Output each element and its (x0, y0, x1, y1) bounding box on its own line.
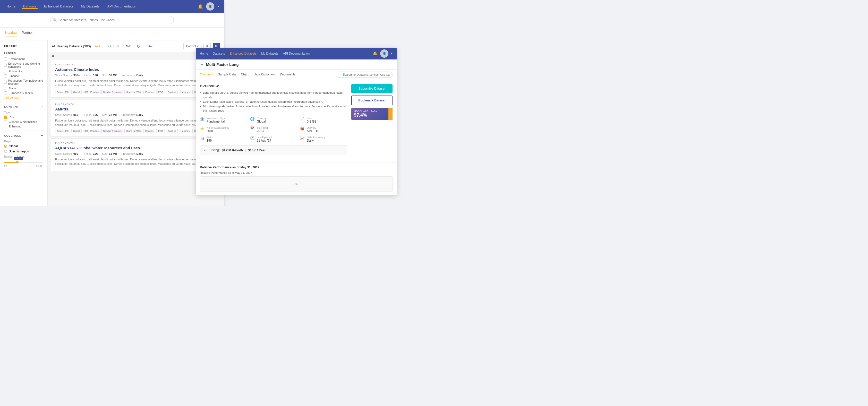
alpha-mp[interactable]: M-P (125, 44, 132, 48)
stocks-slider[interactable]: 0-1100 (4, 162, 43, 163)
tag-300eq: 300+ Equities (83, 90, 100, 94)
content-type-label: Type (4, 111, 43, 114)
content-toggle[interactable]: − (41, 104, 43, 109)
type-cleaned-checkbox[interactable] (4, 120, 7, 123)
detail-tab-docs[interactable]: Documents (280, 70, 296, 79)
nav-home[interactable]: Home (5, 4, 17, 9)
overview-bullet-1: Long signals on U.S. stocks derived from… (200, 91, 347, 100)
card-desc: Fusce vehicula dolor arcu, sit amet blan… (55, 79, 217, 88)
card-type-label-3: FUNDAMENTAL (55, 142, 75, 145)
detail-sidebar: Subscribe Dataset Bookmark Dataset Model… (351, 84, 393, 158)
fields-icon: 📊 (200, 136, 205, 140)
filters-title: FILTERS (4, 44, 43, 48)
tag2-equities2: Equities (166, 129, 178, 133)
tab-nasdaq[interactable]: Nasdaq (5, 31, 17, 37)
list-title: All Nasdaq Datasets (300) (52, 44, 91, 48)
overlay-avatar[interactable]: 👤 (380, 50, 389, 58)
tag2-esg: ESG (156, 129, 165, 133)
lenses-eu-label: European Subjects (9, 91, 33, 94)
stock-scores-icon: ⭐ (200, 126, 205, 131)
lenses-toggle[interactable]: − (41, 51, 43, 55)
data-freq-icon: 📈 (300, 136, 305, 140)
tag2-equities: Equities (144, 129, 155, 133)
overlay-dataset-title: Multi-Factor Long (206, 62, 239, 67)
alpha-il[interactable]: I-L (116, 44, 121, 48)
alpha-qt[interactable]: Q-T (136, 44, 143, 48)
alpha-ad[interactable]: A-D (94, 44, 101, 48)
lenses-fin-checkbox[interactable] (4, 74, 7, 77)
tab-partner[interactable]: Partner (22, 31, 33, 37)
card-desc-2: Fusce vehicula dolor arcu, sit amet blan… (55, 118, 217, 127)
region-specific-label: Specific region (9, 150, 29, 153)
dataset-card-actuaries[interactable]: FUNDAMENTAL Last U... Actuaries Climate … (51, 60, 221, 98)
accuracy-info-icon[interactable]: i (390, 114, 392, 114)
lenses-eu-checkbox[interactable] (4, 91, 7, 94)
tag-esg: ESG (156, 90, 165, 94)
tag2-nasdaq-excl: Nasdaq Exclusive (101, 129, 124, 133)
card-desc-3: Fusce vehicula dolor arcu, sit amet blan… (55, 157, 217, 166)
lenses-trade-checkbox[interactable] (4, 87, 7, 90)
slider-value-badge: 0-1100 (14, 157, 23, 160)
dataset-card-ampds[interactable]: FUNDAMENTAL Last U... AMPds Stock Scores… (51, 100, 221, 136)
overlay-nav-my-datasets[interactable]: My Datasets (261, 52, 278, 55)
nav-datasets[interactable]: Datasets (22, 4, 38, 9)
type-cleaned-label: Cleaned & Normalized (9, 120, 37, 123)
chevron-down-icon[interactable]: ▾ (217, 5, 219, 8)
last-updated-icon: 🕐 (250, 136, 255, 140)
lenses-more-link[interactable]: +20 Lenses (4, 96, 43, 99)
detail-tab-overview[interactable]: Overview (200, 70, 213, 79)
sidebar: FILTERS LENSES − Environment Employment … (0, 40, 48, 206)
dataset-card-aquastat[interactable]: FUNDAMENTAL Last U... AQUASTAT - Global … (51, 138, 221, 171)
subscribe-button[interactable]: Subscribe Dataset (351, 84, 393, 93)
bell-icon[interactable]: 🔔 (198, 4, 203, 9)
coverage-toggle[interactable]: − (41, 133, 43, 138)
meta-grid: 🏦 Investment Style Fundamental 🌐 Coverag… (200, 117, 347, 143)
bookmark-button[interactable]: Bookmark Dataset (351, 95, 393, 105)
detail-tab-chart[interactable]: Chart (241, 70, 248, 79)
lenses-econ-checkbox[interactable] (4, 70, 7, 73)
overlay-nav: Home Datasets Enhanced Datasets My Datas… (196, 48, 397, 60)
tag-equities2: Equities (166, 90, 178, 94)
lenses-env-checkbox[interactable] (4, 57, 7, 61)
card-type-label: FUNDAMENTAL (55, 63, 75, 66)
content-section-title: CONTENT (4, 105, 19, 108)
start-year-icon: 📅 (250, 126, 255, 131)
region-global-label: Global (9, 145, 18, 148)
performance-subtitle: Relative Performance as of May 31, 2017 (200, 171, 393, 174)
overlay-nav-enhanced[interactable]: Enhanced Datasets (229, 52, 256, 55)
lenses-emp-checkbox[interactable] (4, 64, 7, 67)
slider-max: 20000 (36, 165, 43, 167)
detail-tab-sample[interactable]: Sample Data (218, 70, 236, 79)
avatar[interactable]: 👤 (206, 2, 214, 10)
overlay-nav-home[interactable]: Home (200, 52, 208, 55)
tag2-starts2015: Starts in 2015 (124, 129, 143, 133)
chart-label: 100 (294, 183, 299, 185)
overlay-nav-api-docs[interactable]: API Documentation (283, 52, 310, 55)
detail-body: OVERVIEW Long signals on U.S. stocks der… (196, 80, 397, 162)
card-title: Actuaries Climate Index (55, 67, 217, 71)
type-raw-checkbox[interactable] (4, 116, 7, 119)
overlay-nav-datasets[interactable]: Datasets (213, 52, 225, 55)
performance-chart: 100 (200, 176, 393, 192)
detail-tab-dict[interactable]: Data Dictionary (254, 70, 275, 79)
alpha-eh[interactable]: E-H (105, 44, 112, 48)
overlay-bell-icon[interactable]: 🔔 (372, 51, 378, 56)
pricing-label: Pricing: (209, 148, 220, 152)
back-button[interactable]: ← (200, 62, 204, 67)
tag-global: Global (71, 90, 82, 94)
lenses-section-title: LENSES (4, 52, 16, 55)
nav-api-docs[interactable]: API Documentation (106, 4, 137, 9)
lenses-prod-checkbox[interactable] (4, 81, 7, 84)
overlay-chevron-icon[interactable]: ▾ (391, 52, 393, 55)
lenses-env-label: Environment (9, 57, 25, 61)
tag-holdings: Holdings (179, 90, 191, 94)
region-specific-radio[interactable] (4, 150, 7, 153)
nav-enhanced[interactable]: Enhanced Datasets (43, 4, 74, 9)
pricing-bar: 🏷 Pricing: $1250 /Month | $15K / Year (200, 146, 347, 155)
alpha-uz[interactable]: U-Z (147, 44, 154, 48)
nav-my-datasets[interactable]: My Datasets (80, 4, 101, 9)
region-global-radio[interactable] (4, 145, 7, 148)
search-input[interactable] (50, 16, 174, 24)
overlay-window: Home Datasets Enhanced Datasets My Datas… (196, 48, 397, 195)
type-enhanced-checkbox[interactable] (4, 125, 7, 128)
